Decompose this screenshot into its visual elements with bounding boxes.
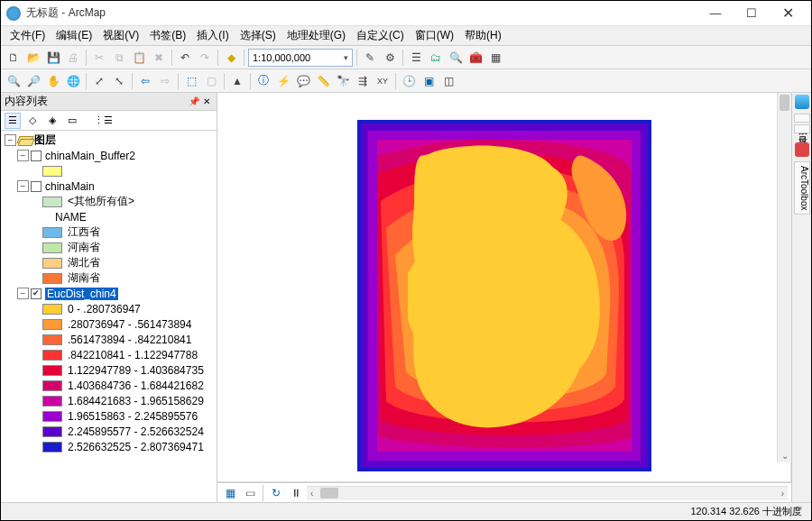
forward-extent-button[interactable]: ⇨ (156, 72, 174, 90)
undo-button[interactable]: ↶ (176, 49, 194, 67)
map-canvas[interactable]: ⌄ (217, 93, 791, 482)
layer-label[interactable]: EucDist_chin4 (45, 288, 118, 300)
open-button[interactable]: 📂 (24, 49, 42, 67)
symbol-swatch[interactable] (42, 411, 62, 422)
symbol-swatch[interactable] (42, 350, 62, 361)
python-button[interactable]: ▦ (486, 49, 504, 67)
symbol-swatch[interactable] (42, 380, 62, 391)
catalog-dock-tab[interactable]: 目录 (794, 124, 810, 133)
redo-button[interactable]: ↷ (196, 49, 214, 67)
arctoolbox-dock-tab[interactable]: ArcToolbox (794, 161, 810, 215)
scrollbar-thumb[interactable] (320, 488, 338, 498)
menu-help[interactable]: 帮助(H) (459, 26, 507, 45)
layer-label[interactable]: chinaMain_Buffer2 (45, 150, 135, 162)
full-extent-button[interactable]: 🌐 (64, 72, 82, 90)
layer-visibility-checkbox[interactable] (31, 181, 42, 192)
menu-window[interactable]: 窗口(W) (410, 26, 459, 45)
new-button[interactable]: 🗋 (5, 49, 23, 67)
menu-edit[interactable]: 编辑(E) (51, 26, 97, 45)
identify-button[interactable]: ⓘ (254, 72, 272, 90)
scrollbar-thumb[interactable] (780, 95, 789, 111)
list-by-visibility-tab[interactable]: ◈ (44, 113, 60, 129)
toc-close-icon[interactable]: ✕ (200, 96, 213, 106)
search-dock-icon[interactable] (795, 95, 809, 109)
create-viewer-button[interactable]: ▣ (420, 72, 438, 90)
menu-insert[interactable]: 插入(I) (191, 26, 234, 45)
arctoolbox-button[interactable]: 🧰 (466, 49, 484, 67)
search-dock-tab[interactable]: 搜索 (794, 114, 810, 123)
layer-label[interactable]: chinaMain (45, 180, 95, 193)
scale-input[interactable] (249, 52, 339, 63)
toc-options-button[interactable]: ⋮☰ (95, 113, 111, 129)
fixed-zoom-in-button[interactable]: ⤢ (90, 72, 108, 90)
refresh-button[interactable]: ↻ (267, 484, 285, 502)
vertical-scrollbar[interactable]: ⌄ (777, 93, 791, 462)
catalog-button[interactable]: 🗂 (427, 49, 445, 67)
close-button[interactable]: ✕ (770, 4, 806, 23)
symbol-swatch[interactable] (42, 319, 62, 330)
select-features-button[interactable]: ⬚ (182, 72, 200, 90)
editor-toolbar-button[interactable]: ✎ (361, 49, 379, 67)
pause-drawing-button[interactable]: ⏸ (287, 484, 305, 502)
layer-visibility-checkbox[interactable] (31, 151, 42, 161)
maximize-button[interactable]: ☐ (734, 4, 770, 23)
collapse-icon[interactable]: − (17, 288, 29, 299)
scroll-down-icon[interactable]: ⌄ (778, 451, 791, 461)
delete-button[interactable]: ✖ (150, 49, 168, 67)
fixed-zoom-out-button[interactable]: ⤡ (110, 72, 128, 90)
toc-tree[interactable]: − 图层 − chinaMain_Buffer2 − china (1, 131, 217, 502)
menu-selection[interactable]: 选择(S) (235, 26, 281, 45)
select-elements-button[interactable]: ▲ (228, 72, 246, 90)
pin-icon[interactable]: 📌 (188, 96, 200, 106)
menu-file[interactable]: 文件(F) (5, 26, 51, 45)
symbol-swatch[interactable] (42, 365, 62, 376)
find-button[interactable]: 🔭 (334, 72, 352, 90)
symbol-swatch[interactable] (42, 227, 62, 238)
layer-visibility-checkbox[interactable] (31, 288, 42, 299)
menu-customize[interactable]: 自定义(C) (351, 26, 410, 45)
viewer-window-button[interactable]: ◫ (439, 72, 457, 90)
search-window-button[interactable]: 🔍 (447, 49, 465, 67)
symbol-swatch[interactable] (42, 242, 62, 253)
html-popup-button[interactable]: 💬 (294, 72, 312, 90)
data-view-button[interactable]: ▦ (221, 484, 239, 502)
toc-root-label[interactable]: 图层 (34, 133, 56, 148)
clear-selection-button[interactable]: ▢ (202, 72, 220, 90)
zoom-out-button[interactable]: 🔎 (24, 72, 42, 90)
minimize-button[interactable]: — (697, 4, 734, 23)
symbol-swatch[interactable] (42, 258, 62, 269)
scale-combo[interactable]: ▾ (248, 49, 353, 67)
menu-geoprocessing[interactable]: 地理处理(G) (281, 26, 351, 45)
model-builder-button[interactable]: ⚙ (381, 49, 399, 67)
menu-view[interactable]: 视图(V) (97, 26, 144, 45)
toc-button[interactable]: ☰ (407, 49, 425, 67)
time-slider-button[interactable]: 🕒 (400, 72, 418, 90)
layout-view-button[interactable]: ▭ (241, 484, 259, 502)
horizontal-scrollbar[interactable]: ‹ › (307, 486, 788, 500)
collapse-icon[interactable]: − (17, 180, 29, 192)
symbol-swatch[interactable] (42, 166, 62, 177)
pan-button[interactable]: ✋ (44, 72, 62, 90)
scroll-right-icon[interactable]: › (778, 489, 788, 498)
measure-button[interactable]: 📏 (314, 72, 332, 90)
zoom-in-button[interactable]: 🔍 (5, 72, 23, 90)
save-button[interactable]: 💾 (44, 49, 62, 67)
collapse-icon[interactable]: − (17, 150, 29, 161)
copy-button[interactable]: ⧉ (110, 49, 128, 67)
list-by-source-tab[interactable]: ◇ (24, 113, 41, 129)
paste-button[interactable]: 📋 (130, 49, 148, 67)
symbol-swatch[interactable] (42, 304, 62, 315)
back-extent-button[interactable]: ⇦ (136, 72, 154, 90)
add-data-button[interactable]: ◆ (222, 49, 240, 67)
symbol-swatch[interactable] (42, 334, 62, 345)
print-button[interactable]: 🖨 (64, 49, 82, 67)
symbol-swatch[interactable] (42, 396, 62, 407)
list-by-drawing-order-tab[interactable]: ☰ (5, 113, 21, 129)
collapse-icon[interactable]: − (5, 134, 16, 146)
symbol-swatch[interactable] (42, 197, 62, 207)
cut-button[interactable]: ✂ (90, 49, 108, 67)
scroll-left-icon[interactable]: ‹ (307, 489, 317, 498)
scale-dropdown-icon[interactable]: ▾ (339, 53, 352, 62)
menu-bookmarks[interactable]: 书签(B) (144, 26, 191, 45)
symbol-swatch[interactable] (42, 426, 62, 437)
